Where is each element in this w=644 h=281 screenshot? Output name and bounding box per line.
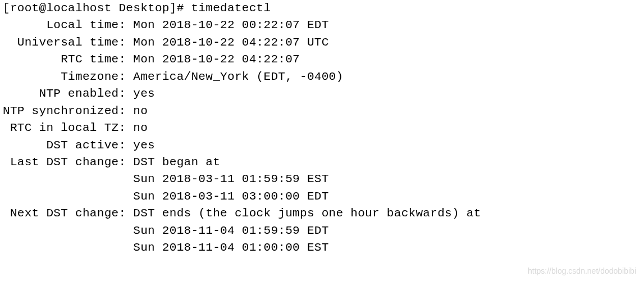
universal-time-label: Universal time: <box>3 36 133 49</box>
universal-time-value: Mon 2018-10-22 04:22:07 UTC <box>133 36 328 49</box>
local-time-value: Mon 2018-10-22 00:22:07 EDT <box>133 19 328 31</box>
timezone-value: America/New_York (EDT, -0400) <box>133 70 343 83</box>
dst-active-value: yes <box>133 139 155 152</box>
rtc-in-local-label: RTC in local TZ: <box>3 121 133 134</box>
shell-prompt: [root@localhost Desktop]# <box>3 2 191 15</box>
timezone-label: Timezone: <box>3 70 133 83</box>
ntp-synced-label: NTP synchronized: <box>3 105 133 117</box>
next-dst-change-line1: Sun 2018-11-04 01:59:59 EDT <box>133 224 328 237</box>
rtc-time-value: Mon 2018-10-22 04:22:07 <box>133 53 300 66</box>
rtc-time-label: RTC time: <box>3 53 133 66</box>
next-dst-change-label: Next DST change: <box>3 207 133 220</box>
last-dst-change-line2: Sun 2018-03-11 03:00:00 EDT <box>133 190 328 203</box>
ntp-synced-value: no <box>133 105 148 117</box>
ntp-enabled-label: NTP enabled: <box>3 87 133 100</box>
indent <box>3 173 133 185</box>
indent <box>3 224 133 237</box>
indent <box>3 241 133 254</box>
next-dst-change-msg: DST ends (the clock jumps one hour backw… <box>133 207 481 220</box>
rtc-in-local-value: no <box>133 121 148 134</box>
terminal-output: [root@localhost Desktop]# timedatectl Lo… <box>0 0 644 257</box>
next-dst-change-line2: Sun 2018-11-04 01:00:00 EST <box>133 241 328 254</box>
dst-active-label: DST active: <box>3 139 133 152</box>
indent <box>3 190 133 203</box>
ntp-enabled-value: yes <box>133 87 155 100</box>
local-time-label: Local time: <box>3 19 133 31</box>
last-dst-change-line1: Sun 2018-03-11 01:59:59 EST <box>133 173 328 185</box>
last-dst-change-label: Last DST change: <box>3 156 133 169</box>
command-text: timedatectl <box>191 2 271 15</box>
last-dst-change-msg: DST began at <box>133 156 220 169</box>
watermark-text: https://blog.csdn.net/dodobibibi <box>528 265 636 277</box>
